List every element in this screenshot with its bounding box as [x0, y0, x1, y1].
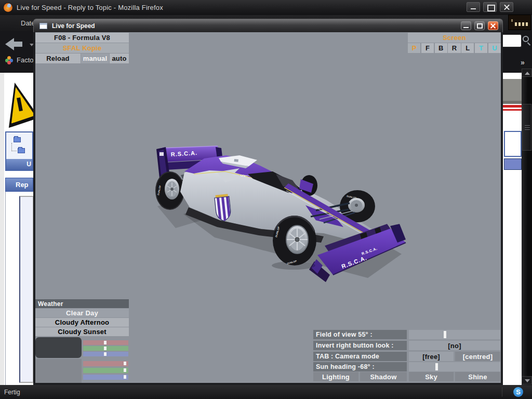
rgb-slider-blue-2[interactable]: [83, 375, 128, 380]
screen-button-p[interactable]: P: [408, 43, 420, 53]
rear-left-wheel: DUNLOP: [156, 172, 184, 209]
firefox-window-title: Live for Speed - Reply to Topic - Mozill…: [17, 4, 163, 11]
skype-icon[interactable]: S: [513, 387, 523, 397]
thumbnail-lights: [515, 22, 528, 26]
blue-header-fragment: U: [6, 159, 32, 170]
bookmarks-overflow-icon[interactable]: »: [521, 58, 525, 66]
slider-handle[interactable]: [104, 347, 107, 350]
slider-handle[interactable]: [124, 368, 126, 372]
down-arrow-icon: [525, 379, 530, 382]
weather-panel-title: Weather: [35, 299, 129, 308]
page-scrollbar[interactable]: [522, 69, 532, 385]
screen-button-r[interactable]: R: [448, 43, 460, 53]
rgb-slider-red-2[interactable]: [83, 361, 128, 366]
fov-label: Field of view 55° :: [313, 330, 407, 339]
firefox-icon: [4, 3, 12, 12]
close-icon[interactable]: [488, 21, 498, 30]
slider-handle[interactable]: [444, 331, 446, 338]
forum-image-fragment: [503, 79, 522, 104]
scrollbar-thumb[interactable]: [522, 104, 531, 151]
shine-button[interactable]: Shine: [455, 372, 500, 381]
rgb-slider-blue-1[interactable]: [83, 352, 128, 356]
lighting-button[interactable]: Lighting: [313, 372, 358, 381]
color-preview-box: [35, 337, 82, 358]
firefox-titlebar: Live for Speed - Reply to Topic - Mozill…: [0, 0, 532, 15]
close-icon[interactable]: [500, 2, 513, 12]
reload-button[interactable]: Reload: [35, 54, 81, 63]
screen-button-f[interactable]: F: [421, 43, 434, 53]
lfs-window-title: Live for Speed: [52, 22, 95, 30]
joomla-icon: [5, 56, 13, 64]
blue-border-box-fragment: [504, 131, 522, 157]
camera-mode-label: TAB : Camera mode: [313, 352, 407, 361]
manual-button[interactable]: manual: [81, 54, 109, 63]
weather-option-cloudy-afternoon[interactable]: Cloudy Afternoo: [35, 318, 129, 327]
slider-handle[interactable]: [104, 352, 107, 356]
page-content-left-strip: U Rep: [0, 73, 33, 385]
lfs-window-icon: [39, 23, 47, 29]
thumbnail-dot: [511, 19, 513, 22]
auto-button[interactable]: auto: [110, 54, 129, 63]
rgb-slider-green-1[interactable]: [83, 346, 128, 351]
back-arrow-icon: [5, 38, 14, 50]
car-render[interactable]: R.S.C.A. DUNLOP: [152, 144, 407, 284]
minimize-icon[interactable]: [461, 21, 471, 30]
shadow-button[interactable]: Shadow: [360, 372, 407, 381]
lfs-3d-viewport: F08 - Formula V8 SFAL Kopie Reload manua…: [35, 32, 501, 383]
theme-thumbnail-image: [508, 15, 531, 30]
fov-slider[interactable]: [409, 330, 500, 339]
upload-box-fragment: U: [5, 131, 33, 171]
up-arrow-icon: [525, 72, 530, 75]
camera-mode-free-button[interactable]: [free]: [409, 352, 454, 361]
blue-filled-box-fragment: [504, 158, 522, 170]
color-preview-box-2: [35, 359, 82, 383]
sun-heading-slider[interactable]: [409, 362, 500, 371]
camera-mode-centred-button[interactable]: [centred]: [455, 352, 500, 361]
lfs-titlebar[interactable]: Live for Speed: [33, 19, 503, 32]
folder-icon: [14, 137, 21, 142]
weather-panel: Weather Clear Day Cloudy Afternoo Cloudy…: [35, 299, 129, 383]
rgb-slider-red-1[interactable]: [83, 340, 128, 345]
message-textarea-fragment[interactable]: [19, 196, 33, 383]
restore-icon[interactable]: [483, 2, 497, 12]
minimize-icon[interactable]: [467, 2, 480, 12]
skin-name-button[interactable]: SFAL Kopie: [35, 43, 129, 53]
slider-handle[interactable]: [435, 363, 438, 370]
lfs-window-controls: [461, 21, 498, 30]
search-input[interactable]: [500, 34, 522, 47]
sun-heading-label: Sun heading -68° :: [313, 362, 407, 371]
rgb-slider-green-2[interactable]: [83, 368, 128, 373]
scroll-down-button[interactable]: [522, 376, 532, 384]
slider-handle[interactable]: [104, 341, 107, 344]
view-settings-panel: Field of view 55° : Invert right button …: [313, 330, 500, 381]
statusbar-separator: [502, 388, 502, 396]
weather-option-clear-day[interactable]: Clear Day: [35, 309, 129, 317]
screen-button-b[interactable]: B: [435, 43, 447, 53]
scroll-up-button[interactable]: [522, 69, 532, 77]
desktop: { "firefox": { "window_title": "Live for…: [0, 0, 532, 399]
invert-look-label: Invert right button look :: [313, 341, 407, 350]
search-icon[interactable]: [523, 36, 529, 42]
page-content-right-strip: [503, 73, 522, 385]
sky-button[interactable]: Sky: [409, 372, 454, 381]
reply-header-fragment: Rep: [5, 178, 33, 192]
invert-look-value[interactable]: [no]: [409, 341, 500, 350]
firefox-window-controls: [467, 2, 513, 12]
screen-button-l[interactable]: L: [461, 43, 474, 53]
screen-button-u[interactable]: U: [488, 43, 501, 53]
reply-form-fragment: [5, 192, 33, 385]
screen-panel-title: Screen: [408, 33, 501, 43]
screen-button-t[interactable]: T: [475, 43, 487, 53]
car-model-button[interactable]: F08 - Formula V8: [35, 33, 129, 43]
slider-handle[interactable]: [124, 362, 126, 365]
weather-option-cloudy-sunset[interactable]: Cloudy Sunset: [35, 327, 129, 336]
firefox-statusbar: Fertig: [0, 385, 532, 399]
back-button[interactable]: [4, 36, 31, 54]
folder-icon: [18, 148, 25, 153]
lfs-window: Live for Speed F08 - Formula V8 SFAL Kop…: [33, 19, 503, 385]
maximize-icon[interactable]: [474, 21, 485, 30]
lfs-window-body: F08 - Formula V8 SFAL Kopie Reload manua…: [33, 32, 503, 385]
status-text: Fertig: [4, 389, 20, 396]
slider-handle[interactable]: [124, 375, 126, 379]
